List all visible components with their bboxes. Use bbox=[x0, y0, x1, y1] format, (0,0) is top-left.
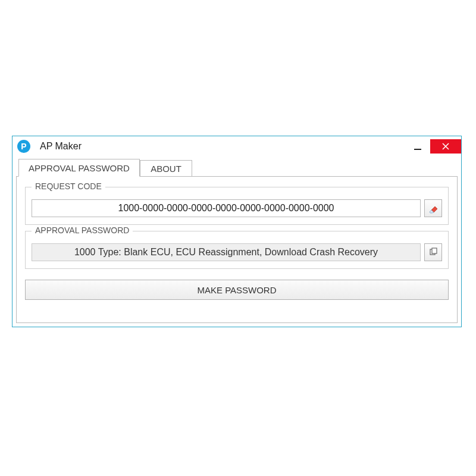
group-legend: APPROVAL PASSWORD bbox=[32, 226, 133, 235]
svg-rect-5 bbox=[432, 248, 437, 253]
approval-password-row: 1000 Type: Blank ECU, ECU Reassignment, … bbox=[32, 243, 442, 261]
copy-button[interactable] bbox=[424, 243, 442, 261]
close-icon bbox=[441, 142, 450, 151]
tab-label: ABOUT bbox=[151, 164, 181, 174]
app-icon-letter: P bbox=[21, 142, 26, 151]
request-code-row bbox=[32, 199, 442, 217]
title-bar: P AP Maker bbox=[12, 136, 461, 156]
copy-icon bbox=[428, 248, 438, 257]
make-password-button[interactable]: MAKE PASSWORD bbox=[25, 280, 449, 300]
tab-strip: APPROVAL PASSWORD ABOUT bbox=[16, 158, 458, 177]
tab-label: APPROVAL PASSWORD bbox=[29, 163, 130, 173]
tab-page-approval: REQUEST CODE APPROVAL PASSWORD 1000 Type… bbox=[16, 176, 458, 323]
group-legend: REQUEST CODE bbox=[32, 181, 105, 191]
group-approval-password: APPROVAL PASSWORD 1000 Type: Blank ECU, … bbox=[25, 231, 449, 269]
approval-password-output: 1000 Type: Blank ECU, ECU Reassignment, … bbox=[32, 243, 421, 261]
app-icon: P bbox=[17, 140, 30, 153]
minimize-button[interactable] bbox=[405, 139, 430, 154]
group-request-code: REQUEST CODE bbox=[25, 187, 449, 225]
clear-button[interactable] bbox=[424, 199, 442, 217]
tab-approval-password[interactable]: APPROVAL PASSWORD bbox=[18, 159, 140, 177]
eraser-icon bbox=[428, 203, 439, 214]
window-title: AP Maker bbox=[40, 141, 82, 152]
tab-about[interactable]: ABOUT bbox=[140, 160, 192, 177]
make-password-label: MAKE PASSWORD bbox=[197, 285, 276, 295]
minimize-icon bbox=[414, 149, 421, 150]
app-window: P AP Maker APPROVAL PASSWORD ABOUT bbox=[12, 136, 462, 327]
client-area: APPROVAL PASSWORD ABOUT REQUEST CODE bbox=[16, 158, 458, 323]
close-button[interactable] bbox=[430, 139, 461, 154]
request-code-input[interactable] bbox=[32, 199, 421, 217]
